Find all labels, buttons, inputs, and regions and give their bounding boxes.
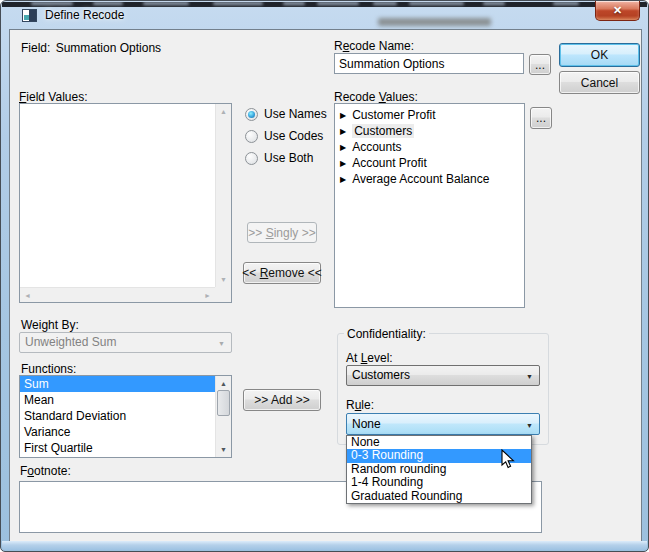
field-values-label: Field Values: [19, 90, 88, 104]
radio-use-codes-label: Use Codes [264, 129, 323, 143]
list-item[interactable]: Standard Deviation [20, 408, 215, 424]
dialog-client-area: Field: Summation Options Recode Name: ..… [9, 29, 642, 542]
list-item[interactable]: ▶Customer Profit [335, 107, 524, 123]
rule-label: Rule: [346, 398, 374, 412]
footnote-label: Footnote: [20, 464, 71, 478]
scroll-down-icon: ▼ [216, 276, 231, 283]
list-item[interactable]: Mean [20, 392, 215, 408]
list-item[interactable]: First Quartile [20, 440, 215, 456]
background-window-artifact [93, 2, 123, 5]
field-header-value: Summation Options [56, 41, 161, 55]
background-window-artifact [213, 2, 263, 5]
chevron-down-icon: ▼ [218, 340, 225, 347]
dropdown-option[interactable]: Graduated Rounding [347, 490, 531, 503]
weight-by-value: Unweighted Sum [25, 335, 116, 349]
field-header-label: Field: [21, 41, 50, 55]
dropdown-option[interactable]: 1-4 Rounding [347, 476, 531, 489]
list-item[interactable]: ▶Customers [335, 123, 524, 139]
weight-by-combobox[interactable]: Unweighted Sum ▼ [19, 332, 232, 353]
background-window-artifact [483, 2, 505, 5]
define-recode-dialog: Define Recode ✕ Field: Summation Options… [0, 0, 649, 552]
radio-use-both[interactable]: Use Both [245, 151, 313, 165]
remove-button[interactable]: << Remove << [243, 262, 321, 284]
recode-values-listbox[interactable]: ▶Customer Profit ▶Customers ▶Accounts ▶A… [334, 103, 525, 308]
functions-vscrollbar[interactable]: ▲ ▼ [215, 376, 231, 457]
confidentiality-group-label: Confidentiality: [344, 327, 429, 341]
at-level-value: Customers [352, 368, 410, 382]
radio-use-codes[interactable]: Use Codes [245, 129, 323, 143]
chevron-down-icon: ▼ [526, 422, 533, 429]
scroll-right-icon: ► [204, 292, 211, 299]
scrollbar-corner [215, 287, 231, 302]
scroll-left-icon: ◄ [24, 292, 31, 299]
background-window-artifact [143, 2, 189, 5]
expand-arrow-icon: ▶ [340, 124, 346, 140]
list-item[interactable]: ▶Account Profit [335, 155, 524, 171]
field-values-vscrollbar: ▲ ▼ [215, 104, 231, 287]
functions-label: Functions: [21, 362, 76, 376]
background-window-artifact [409, 2, 464, 5]
radio-icon [245, 130, 258, 143]
recode-name-label: Recode Name: [334, 39, 414, 53]
radio-use-names-label: Use Names [264, 107, 327, 121]
recode-name-browse-button[interactable]: ... [529, 54, 551, 75]
singly-button[interactable]: >> Singly >> [247, 222, 317, 243]
weight-by-label: Weight By: [21, 318, 79, 332]
background-window-artifact [283, 2, 305, 5]
radio-use-both-label: Use Both [264, 151, 313, 165]
field-header: Field: Summation Options [21, 41, 161, 55]
ok-button[interactable]: OK [559, 43, 640, 67]
recode-values-label: Recode Values: [334, 90, 418, 104]
expand-arrow-icon: ▶ [340, 172, 346, 188]
list-item[interactable]: ▶Average Account Balance [335, 171, 524, 187]
cancel-button[interactable]: Cancel [559, 71, 640, 94]
app-icon [22, 9, 37, 22]
list-item[interactable]: ▶Accounts [335, 139, 524, 155]
field-values-listbox[interactable]: ▲ ▼ ◄ ► [19, 103, 232, 303]
list-item[interactable]: Variance [20, 424, 215, 440]
rule-value: None [352, 417, 381, 431]
mouse-cursor [501, 449, 516, 474]
scroll-up-icon: ▲ [216, 108, 231, 115]
chevron-down-icon: ▼ [526, 373, 533, 380]
scroll-up-icon[interactable]: ▲ [216, 380, 231, 387]
list-item-selected[interactable]: Sum [20, 376, 215, 392]
scrollbar-thumb[interactable] [217, 390, 230, 416]
add-button[interactable]: >> Add >> [243, 389, 321, 411]
radio-selected-icon [245, 108, 258, 121]
field-values-hscrollbar: ◄ ► [20, 287, 215, 302]
radio-icon [245, 152, 258, 165]
background-window-artifact [553, 2, 579, 5]
expand-arrow-icon: ▶ [340, 156, 346, 172]
background-window-artifact [31, 2, 73, 5]
close-icon: ✕ [613, 4, 622, 16]
recode-name-input[interactable] [334, 53, 524, 74]
background-window-artifact [317, 2, 359, 5]
expand-arrow-icon: ▶ [340, 140, 346, 156]
expand-arrow-icon: ▶ [340, 108, 346, 124]
close-button[interactable]: ✕ [595, 1, 640, 21]
at-level-label: At Level: [346, 351, 393, 365]
recode-values-browse-button[interactable]: ... [530, 107, 552, 129]
dropdown-option[interactable]: None [347, 436, 531, 449]
at-level-combobox[interactable]: Customers ▼ [346, 365, 540, 386]
window-title: Define Recode [45, 8, 124, 22]
rule-combobox[interactable]: None ▼ [346, 413, 540, 435]
background-window-artifact [373, 2, 397, 5]
scroll-down-icon[interactable]: ▼ [216, 446, 231, 453]
window-bottom-border [2, 541, 647, 550]
functions-listbox[interactable]: Sum Mean Standard Deviation Variance Fir… [19, 375, 232, 458]
radio-use-names[interactable]: Use Names [245, 107, 327, 121]
background-window-title-artifact [378, 18, 491, 26]
